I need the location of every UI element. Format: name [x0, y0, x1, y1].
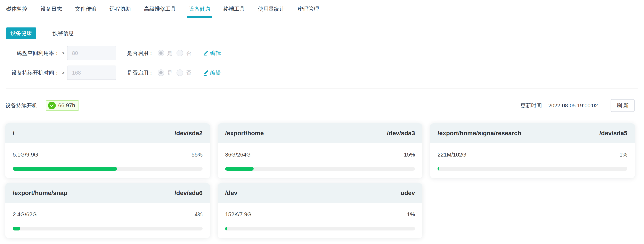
tab-magnet-monitor[interactable]: 磁体监控: [6, 0, 28, 18]
enable-label: 是否启用：: [127, 69, 154, 76]
mount-point: /: [13, 130, 14, 137]
mount-point: /export/home: [225, 130, 264, 137]
disk-cards-grid: / /dev/sda2 5.1G/9.9G 55% /export/home /…: [5, 123, 639, 238]
tab-usage-stats[interactable]: 使用量统计: [258, 0, 284, 18]
sub-tab-row: 设备健康 预警信息: [0, 27, 644, 39]
enable-label: 是否启用：: [127, 50, 154, 57]
uptime-status-badge: 66.97h: [46, 100, 79, 111]
disk-card-header: /dev udev: [218, 183, 422, 203]
usage-row: 5.1G/9.9G 55%: [13, 152, 202, 158]
disk-card-header: / /dev/sda2: [5, 123, 210, 143]
edit-label: 编辑: [210, 69, 221, 76]
tab-password-mgmt[interactable]: 密码管理: [298, 0, 319, 18]
disk-card: /dev udev 152K/7.9G 1%: [218, 183, 422, 238]
usage-percent: 4%: [194, 212, 202, 218]
check-circle-icon: [48, 102, 56, 109]
disk-card-body: 36G/264G 15%: [218, 143, 422, 171]
tab-file-transfer[interactable]: 文件传输: [75, 0, 96, 18]
disk-card-body: 2.4G/62G 4%: [5, 203, 210, 231]
disk-card-body: 221M/102G 1%: [430, 143, 635, 171]
usage-row: 36G/264G 15%: [225, 152, 415, 158]
uptime-input[interactable]: [68, 66, 116, 79]
radio-no-label: 否: [186, 69, 191, 76]
tab-terminal-tools[interactable]: 终端工具: [224, 0, 245, 18]
radio-no[interactable]: [176, 50, 183, 56]
usage-percent: 55%: [192, 152, 202, 158]
mount-point: /dev: [225, 190, 238, 197]
disk-card: /export/home /dev/sda3 36G/264G 15%: [218, 123, 422, 178]
radio-yes[interactable]: [158, 69, 164, 76]
edit-uptime-threshold-link[interactable]: 编辑: [203, 69, 221, 76]
pencil-icon: [203, 50, 209, 56]
disk-card: /export/home/signa/research /dev/sda5 22…: [430, 123, 635, 178]
disk-usage-label: 磁盘空间利用率：: [6, 50, 60, 57]
disk-progress-fill: [438, 167, 440, 171]
disk-progress-bar: [13, 167, 202, 171]
mount-point: /export/home/signa/research: [438, 130, 522, 137]
tab-device-log[interactable]: 设备日志: [40, 0, 62, 18]
disk-card-body: 5.1G/9.9G 55%: [5, 143, 210, 171]
tab-remote-assist[interactable]: 远程协助: [110, 0, 131, 18]
disk-card: /export/home/snap /dev/sda6 2.4G/62G 4%: [5, 183, 210, 238]
disk-progress-bar: [225, 167, 415, 171]
edit-disk-threshold-link[interactable]: 编辑: [203, 50, 221, 57]
refresh-button[interactable]: 刷 新: [610, 99, 635, 112]
uptime-threshold-label: 设备持续开机时间：: [6, 69, 60, 76]
radio-no-label: 否: [186, 50, 191, 57]
pencil-icon: [203, 69, 209, 76]
disk-usage-threshold-row: 磁盘空间利用率： > % 是否启用： 是 否 编辑: [0, 46, 644, 60]
section-divider: [6, 88, 638, 89]
usage-row: 2.4G/62G 4%: [13, 212, 202, 218]
greater-than-operator: >: [62, 70, 64, 76]
disk-progress-fill: [13, 167, 117, 171]
radio-yes-label: 是: [167, 69, 172, 76]
usage-text: 2.4G/62G: [13, 212, 37, 218]
mount-point: /export/home/snap: [13, 190, 68, 197]
disk-progress-fill: [225, 167, 254, 171]
usage-text: 36G/264G: [225, 152, 251, 158]
disk-progress-fill: [225, 227, 227, 231]
device-name: /dev/sda2: [174, 130, 202, 137]
update-time-label: 更新时间：: [520, 102, 547, 109]
uptime-threshold-row: 设备持续开机时间： > h 是否启用： 是 否 编辑: [0, 66, 644, 80]
disk-usage-input-group: %: [67, 46, 116, 60]
radio-yes-label: 是: [167, 50, 172, 57]
radio-yes[interactable]: [158, 50, 164, 56]
usage-row: 152K/7.9G 1%: [225, 212, 415, 218]
device-name: /dev/sda3: [387, 130, 415, 137]
subtab-device-health[interactable]: 设备健康: [6, 27, 36, 39]
usage-percent: 1%: [407, 212, 415, 218]
uptime-status-label: 设备持续开机：: [5, 102, 43, 109]
top-tab-bar: 磁体监控 设备日志 文件传输 远程协助 高级维修工具 设备健康 终端工具 使用量…: [0, 0, 644, 18]
disk-progress-bar: [225, 227, 415, 231]
subtab-alert-info[interactable]: 预警信息: [52, 30, 74, 37]
uptime-input-group: h: [67, 66, 116, 80]
disk-progress-bar: [13, 227, 202, 231]
uptime-value: 66.97h: [58, 102, 75, 109]
radio-no[interactable]: [176, 69, 183, 76]
disk-card-header: /export/home /dev/sda3: [218, 123, 422, 143]
usage-row: 221M/102G 1%: [438, 152, 628, 158]
usage-percent: 1%: [620, 152, 628, 158]
tab-device-health[interactable]: 设备健康: [189, 0, 210, 18]
usage-text: 221M/102G: [438, 152, 466, 158]
device-name: /dev/sda6: [174, 190, 202, 197]
threshold-form: 磁盘空间利用率： > % 是否启用： 是 否 编辑 设备持续开机时间： > h …: [0, 46, 644, 80]
edit-label: 编辑: [210, 50, 221, 57]
usage-percent: 15%: [404, 152, 415, 158]
tab-advanced-tools[interactable]: 高级维修工具: [144, 0, 176, 18]
disk-card: / /dev/sda2 5.1G/9.9G 55%: [5, 123, 210, 178]
status-row: 设备持续开机： 66.97h 更新时间： 2022-08-05 19:00:02…: [0, 99, 644, 112]
device-name: udev: [401, 190, 415, 197]
device-name: /dev/sda5: [599, 130, 628, 137]
disk-usage-input[interactable]: [68, 46, 116, 60]
disk-card-body: 152K/7.9G 1%: [218, 203, 422, 231]
usage-text: 152K/7.9G: [225, 212, 252, 218]
disk-progress-bar: [438, 167, 628, 171]
update-time-value: 2022-08-05 19:00:02: [548, 102, 598, 109]
status-right-group: 更新时间： 2022-08-05 19:00:02 刷 新: [520, 99, 635, 112]
disk-progress-fill: [13, 227, 20, 231]
greater-than-operator: >: [62, 50, 64, 56]
usage-text: 5.1G/9.9G: [13, 152, 38, 158]
disk-card-header: /export/home/signa/research /dev/sda5: [430, 123, 635, 143]
